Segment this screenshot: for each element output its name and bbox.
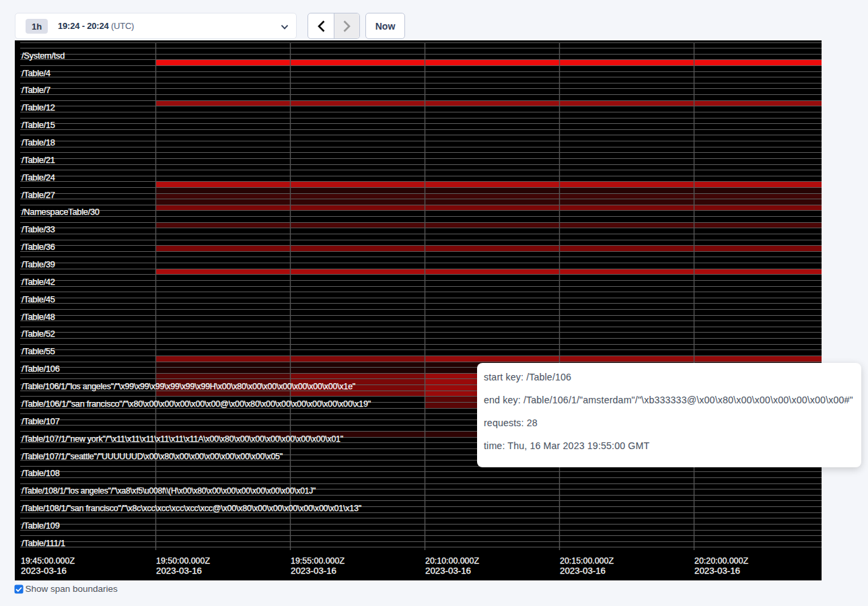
svg-text:/Table/108/1/"los angeles"/"\x: /Table/108/1/"los angeles"/"\xa8\xf5\u00…	[22, 485, 316, 496]
svg-text:/Table/106/1/"los angeles"/"\x: /Table/106/1/"los angeles"/"\x99\x99\x99…	[22, 381, 355, 391]
svg-text:/Table/45: /Table/45	[22, 294, 55, 304]
svg-text:/System/tsd: /System/tsd	[22, 50, 65, 61]
svg-text:/Table/106/1/"san francisco"/": /Table/106/1/"san francisco"/"\x80\x00\x…	[22, 399, 371, 409]
svg-text:/Table/15: /Table/15	[22, 120, 55, 130]
svg-text:20:15:00.000Z: 20:15:00.000Z	[560, 556, 614, 566]
svg-text:/Table/48: /Table/48	[22, 312, 55, 322]
svg-text:19:55:00.000Z: 19:55:00.000Z	[291, 556, 345, 566]
svg-text:/NamespaceTable/30: /NamespaceTable/30	[22, 207, 100, 217]
svg-text:2023-03-16: 2023-03-16	[694, 566, 740, 576]
svg-text:/Table/107/1/"new york"/"\x11\: /Table/107/1/"new york"/"\x11\x11\x11\x1…	[22, 434, 343, 444]
svg-text:20:20:00.000Z: 20:20:00.000Z	[694, 556, 748, 566]
svg-text:/Table/108: /Table/108	[22, 468, 60, 478]
svg-text:19:45:00.000Z: 19:45:00.000Z	[21, 556, 75, 566]
svg-text:/Table/42: /Table/42	[22, 277, 55, 287]
svg-text:/Table/7: /Table/7	[22, 85, 50, 95]
svg-text:/Table/107/1/"seattle"/"UUUUUU: /Table/107/1/"seattle"/"UUUUUUD\x00\x80\…	[22, 451, 283, 461]
svg-text:/Table/109: /Table/109	[22, 520, 60, 531]
svg-text:/Table/55: /Table/55	[22, 346, 55, 356]
svg-text:2023-03-16: 2023-03-16	[560, 566, 606, 576]
svg-text:2023-03-16: 2023-03-16	[21, 566, 67, 576]
svg-text:/Table/4: /Table/4	[22, 68, 50, 78]
svg-text:/Table/12: /Table/12	[22, 102, 55, 112]
svg-text:/Table/21: /Table/21	[22, 155, 55, 165]
svg-text:/Table/33: /Table/33	[22, 224, 55, 234]
svg-text:/Table/106: /Table/106	[22, 364, 60, 374]
svg-text:/Table/39: /Table/39	[22, 259, 55, 269]
svg-text:/Table/18: /Table/18	[22, 137, 55, 147]
svg-text:/Table/24: /Table/24	[22, 172, 55, 182]
svg-text:/Table/27: /Table/27	[22, 190, 55, 200]
svg-text:2023-03-16: 2023-03-16	[291, 566, 336, 576]
svg-text:/Table/108/1/"san francisco"/": /Table/108/1/"san francisco"/"\x8c\xcc\x…	[22, 503, 361, 513]
svg-text:2023-03-16: 2023-03-16	[156, 566, 202, 576]
svg-text:/Table/111/1: /Table/111/1	[22, 538, 65, 548]
svg-text:19:50:00.000Z: 19:50:00.000Z	[156, 556, 210, 566]
svg-text:/Table/107: /Table/107	[22, 416, 60, 426]
svg-text:/Table/52: /Table/52	[22, 329, 55, 339]
svg-text:20:10:00.000Z: 20:10:00.000Z	[425, 556, 479, 566]
svg-text:2023-03-16: 2023-03-16	[425, 566, 471, 576]
svg-text:/Table/36: /Table/36	[22, 242, 55, 252]
